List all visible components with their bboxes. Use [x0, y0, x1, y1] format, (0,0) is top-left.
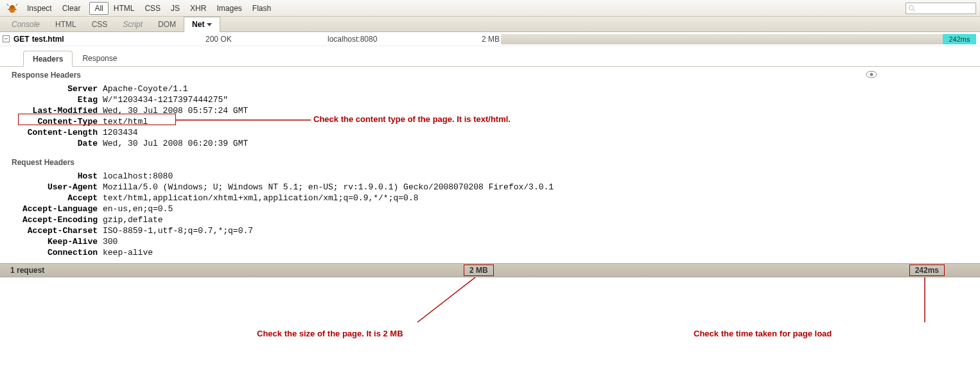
header-value: text/html,application/xhtml+xml,applicat… — [103, 193, 418, 204]
tab-dom[interactable]: DOM — [150, 17, 184, 31]
tab-net[interactable]: Net — [184, 17, 220, 32]
header-value: Wed, 30 Jul 2008 06:20:39 GMT — [103, 138, 248, 149]
search-icon — [908, 4, 916, 12]
svg-line-7 — [913, 10, 915, 12]
header-value: keep-alive — [103, 247, 153, 258]
header-value: 300 — [103, 236, 118, 247]
clear-button[interactable]: Clear — [57, 2, 86, 15]
header-name: Server — [0, 83, 103, 94]
annotation-box-content-type — [18, 114, 176, 125]
header-name: Accept — [0, 193, 103, 204]
header-value: Mozilla/5.0 (Windows; U; Windows NT 5.1;… — [103, 182, 554, 193]
header-value: ISO-8859-1,utf-8;q=0.7,*;q=0.7 — [103, 225, 253, 236]
inspect-button[interactable]: Inspect — [22, 2, 57, 15]
svg-line-11 — [417, 277, 475, 322]
svg-line-2 — [7, 4, 8, 6]
panel-tabs: Console HTML CSS Script DOM Net — [0, 17, 980, 32]
header-name: Accept-Charset — [0, 225, 103, 236]
request-headers-table: Hostlocalhost:8080User-AgentMozilla/5.0 … — [0, 169, 980, 263]
header-name: Host — [0, 171, 103, 182]
annotation-time: Check the time taken for page load — [694, 329, 832, 338]
header-row: EtagW/"1203434-1217397444275" — [0, 94, 980, 105]
summary-time: 242ms — [909, 265, 945, 276]
request-status: 200 OK — [206, 35, 232, 44]
header-name: Keep-Alive — [0, 236, 103, 247]
annotation-content-type: Check the content type of the page. It i… — [313, 114, 511, 124]
request-headers-title: Request Headers — [0, 154, 980, 169]
header-row: Connectionkeep-alive — [0, 247, 980, 258]
header-value: Apache-Coyote/1.1 — [103, 83, 188, 94]
filter-css[interactable]: CSS — [139, 2, 166, 15]
filter-js[interactable]: JS — [166, 2, 185, 15]
request-size: 2 MB — [482, 35, 500, 44]
header-name: Accept-Language — [0, 204, 103, 214]
detail-tab-response[interactable]: Response — [73, 50, 127, 66]
tab-html[interactable]: HTML — [48, 17, 84, 31]
header-name: Connection — [0, 247, 103, 258]
collapse-toggle[interactable]: − — [3, 35, 10, 42]
header-row: Keep-Alive300 — [0, 236, 980, 247]
svg-point-1 — [10, 5, 14, 9]
filter-flash[interactable]: Flash — [247, 2, 276, 15]
header-value: gzip,deflate — [103, 214, 163, 225]
filter-all[interactable]: All — [89, 2, 108, 15]
header-name: Content-Length — [0, 127, 103, 138]
header-value: en-us,en;q=0.5 — [103, 204, 173, 214]
header-row: ServerApache-Coyote/1.1 — [0, 83, 980, 94]
header-row: Accept-Encodinggzip,deflate — [0, 214, 980, 225]
header-row: Accepttext/html,application/xhtml+xml,ap… — [0, 193, 980, 204]
timing-bar: 242ms — [501, 34, 976, 44]
header-row: Content-Length1203434 — [0, 127, 980, 138]
summary-bar: 1 request 2 MB 242ms — [0, 263, 980, 277]
header-value: localhost:8080 — [103, 171, 173, 182]
tab-net-label: Net — [192, 20, 204, 29]
response-headers-title: Response Headers — [0, 67, 980, 82]
svg-line-3 — [16, 4, 17, 6]
tab-console[interactable]: Console — [4, 17, 48, 31]
firebug-toolbar: Inspect Clear All HTML CSS JS XHR Images… — [0, 0, 980, 17]
firebug-icon — [6, 3, 18, 14]
header-name: Date — [0, 138, 103, 149]
detail-tab-headers[interactable]: Headers — [23, 51, 73, 67]
summary-size: 2 MB — [464, 265, 494, 276]
request-domain: localhost:8080 — [328, 35, 377, 44]
header-row: Hostlocalhost:8080 — [0, 171, 980, 182]
annotation-size: Check the size of the page. It is 2 MB — [257, 329, 403, 338]
header-row: Accept-CharsetISO-8859-1,utf-8;q=0.7,*;q… — [0, 225, 980, 236]
header-value: W/"1203434-1217397444275" — [103, 94, 228, 105]
search-input[interactable] — [906, 3, 976, 14]
header-row: DateWed, 30 Jul 2008 06:20:39 GMT — [0, 138, 980, 149]
detail-tabs: Headers Response — [0, 49, 980, 67]
filter-html[interactable]: HTML — [109, 2, 140, 15]
header-name: User-Agent — [0, 182, 103, 193]
filter-images[interactable]: Images — [211, 2, 247, 15]
header-row: Accept-Languageen-us,en;q=0.5 — [0, 204, 980, 214]
header-name: Etag — [0, 94, 103, 105]
svg-point-9 — [870, 73, 873, 76]
header-row: User-AgentMozilla/5.0 (Windows; U; Windo… — [0, 182, 980, 193]
net-request-row[interactable]: − GET test.html 200 OK localhost:8080 2 … — [0, 32, 980, 46]
request-method: GET — [13, 35, 30, 44]
eye-icon[interactable] — [866, 71, 877, 80]
tab-script[interactable]: Script — [115, 17, 150, 31]
chevron-down-icon — [207, 23, 212, 26]
request-url: test.html — [32, 35, 64, 44]
filter-xhr[interactable]: XHR — [185, 2, 211, 15]
header-value: 1203434 — [103, 127, 138, 138]
timing-value: 242ms — [943, 34, 976, 44]
summary-request-count: 1 request — [10, 266, 44, 275]
tab-css[interactable]: CSS — [84, 17, 116, 31]
header-name: Accept-Encoding — [0, 214, 103, 225]
svg-point-6 — [909, 5, 914, 10]
